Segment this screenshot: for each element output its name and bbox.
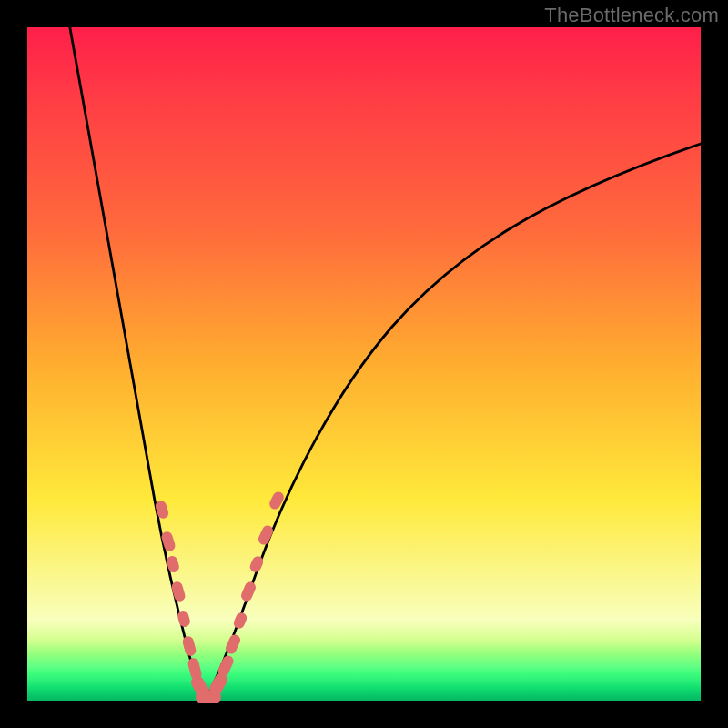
watermark-text: TheBottleneck.com: [544, 4, 719, 27]
curves-svg: [27, 27, 701, 701]
marker-pill: [232, 611, 248, 630]
marker-pill: [166, 555, 180, 574]
left-branch-markers: [154, 500, 211, 701]
left-branch-curve: [68, 18, 206, 699]
right-branch-markers: [207, 490, 285, 697]
marker-pill: [257, 523, 275, 546]
right-branch-curve: [206, 144, 701, 699]
chart-frame: TheBottleneck.com: [0, 0, 728, 728]
marker-pill: [160, 531, 177, 553]
plot-area: [27, 27, 701, 701]
marker-pill: [154, 500, 169, 521]
marker-pill: [239, 581, 258, 603]
